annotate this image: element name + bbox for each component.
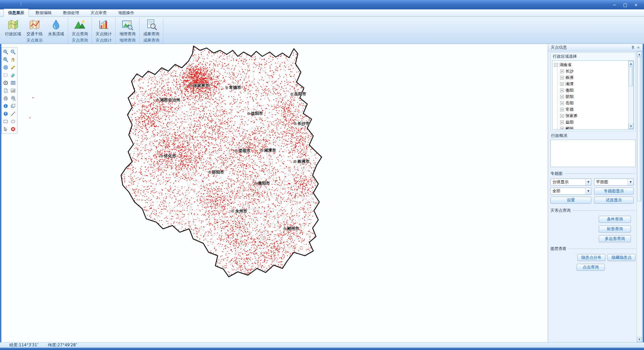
maximize-button[interactable]: □ [620,1,631,8]
layers-tool[interactable] [9,102,17,110]
pin-icon[interactable] [630,45,636,50]
hidden-point-distribution-button[interactable]: 隐患点分布 [577,254,605,261]
tab-data-process[interactable]: 数据处理 [58,9,84,17]
expand-icon[interactable]: + [560,82,564,86]
longitude-readout: 经度:114°3′31″ [9,342,39,348]
tree-node[interactable]: +株洲 [560,74,628,81]
disaster-info-panel: 灾点信息 × 行政区域选择 −湖南省+长沙+株洲+湘潭+衡阳+邵阳+岳阳+常德+… [548,44,643,342]
polygon-query-button[interactable]: 多边形查询 [599,235,631,242]
tree-scrollbar[interactable]: ▲ ▼ [628,61,634,129]
scrollbar-thumb[interactable] [637,57,641,201]
scrollbar-thumb[interactable] [629,67,633,86]
tab-disaster-review[interactable]: 灾点审查 [86,9,111,17]
tree-node[interactable]: +岳阳 [560,100,628,106]
panel-scrollbar[interactable]: ▲ ▼ [637,51,642,342]
full-extent-tool[interactable] [2,63,9,71]
tree-node-root[interactable]: −湖南省 [554,62,628,68]
rectangle-tool[interactable] [2,117,9,125]
scroll-down-icon[interactable]: ▼ [637,337,642,342]
overview-label: 行政概况 [550,133,636,140]
chevron-down-icon[interactable]: ▼ [628,179,633,185]
disaster-stats-button[interactable]: 灾点统计 [93,17,114,38]
expand-icon[interactable]: + [560,114,564,118]
traffic-lines-button[interactable]: 交通干线 [24,17,45,38]
zoom-out-tool[interactable] [9,48,17,56]
clear-selection-tool[interactable] [9,125,17,133]
help-tool[interactable]: ? [2,110,9,117]
expand-icon[interactable]: + [560,108,564,111]
expand-icon[interactable]: + [560,120,564,124]
close-button[interactable]: × [631,1,641,8]
pan-tool[interactable] [9,56,17,63]
eraser-tool[interactable] [9,71,17,79]
tree-node[interactable]: +衡阳 [560,87,628,94]
overview-textbox[interactable] [550,140,636,167]
restore-display-button[interactable]: 还原显示 [594,197,634,204]
tree-node[interactable]: +张家界 [560,113,628,119]
tab-map-operation[interactable]: 地图操作 [113,9,139,17]
geo-query-button[interactable]: 地理查询 [117,17,138,38]
panel-close-icon[interactable]: × [636,45,641,50]
disaster-query-title: 灾害点查询 [550,208,571,213]
tree-node[interactable]: +常德 [560,106,628,113]
scroll-down-icon[interactable]: ▼ [629,124,633,129]
chevron-down-icon[interactable]: ▼ [585,188,591,194]
scroll-up-icon[interactable]: ▲ [629,61,633,66]
tree-node-label: 益阳 [566,119,574,125]
layer-view-section-head: 图层查看 [550,246,636,252]
chart-tool[interactable] [9,87,17,94]
identify-tool[interactable] [2,79,9,87]
tree-node[interactable]: +郴州 [560,126,628,129]
tab-data-edit[interactable]: 数据编辑 [31,9,56,17]
map-canvas[interactable] [1,44,548,342]
print-preview-tool[interactable] [9,94,17,102]
plane-map-combo[interactable]: 平面图 ▼ [594,179,634,186]
title-bar: − □ × [0,0,644,9]
all-types-combo[interactable]: 全部 ▼ [550,188,591,195]
result-query-button[interactable]: 成果查询 [141,17,162,38]
tree-node[interactable]: +长沙 [560,68,628,74]
expand-icon[interactable]: + [560,95,564,99]
zoom-in-tool[interactable] [2,48,9,56]
print-tool[interactable] [2,94,9,102]
expand-icon[interactable]: + [560,101,564,105]
scroll-up-icon[interactable]: ▲ [637,52,642,57]
collapse-icon[interactable]: − [554,63,558,67]
grade-display-combo[interactable]: 分级显示 ▼ [550,179,591,186]
minimize-button[interactable]: − [609,1,620,8]
expand-icon[interactable]: + [560,89,564,92]
tree-node[interactable]: +邵阳 [560,94,628,100]
ellipse-tool[interactable] [9,117,17,125]
tab-info-display[interactable]: 信息展示 [3,9,29,17]
condition-query-button[interactable]: 条件查询 [599,216,631,223]
water-system-button[interactable]: 水系流域 [45,17,67,38]
tree-node[interactable]: +湘潭 [560,81,628,87]
disaster-query-button[interactable]: 灾点查询 [69,17,91,38]
draw-line-tool[interactable] [9,63,17,71]
expand-icon[interactable]: + [560,69,564,73]
expand-icon[interactable]: + [560,127,564,129]
latitude-readout: 纬度:27°49′28″ [48,342,77,348]
admin-region-button[interactable]: 行政区域 [2,17,24,38]
attribute-table-tool[interactable] [9,79,17,87]
ribbon-button-label: 行政区域 [5,31,21,37]
traffic-map-icon [29,18,41,31]
measure-tool[interactable] [9,110,17,117]
rect-query-button[interactable]: 矩形查询 [599,226,631,233]
zoom-window-tool[interactable] [2,56,9,63]
document-tool[interactable] [2,87,9,94]
select-rect-tool[interactable] [2,71,9,79]
click-query-button[interactable]: 点击查询 [577,264,605,271]
hide-hidden-points-button[interactable]: 隐藏隐患点 [607,254,636,261]
panel-title: 灾点信息 [551,45,567,50]
settings-button[interactable]: 设置 [550,197,591,204]
info-tool[interactable] [2,102,9,110]
disaster-query-buttons: 条件查询矩形查询多边形查询 [550,216,631,242]
tree-node[interactable]: +益阳 [560,119,628,126]
ribbon-group-caption: 灾点展示 [2,38,67,44]
map-area[interactable]: 张家界市常德市岳阳市湘西自治州益阳市长沙市娄底市湘潭市株洲市怀化市邵阳市衡阳市永… [1,44,548,342]
select-features-tool[interactable] [2,125,9,133]
chevron-down-icon[interactable]: ▼ [585,179,591,185]
thematic-show-button[interactable]: 专题图显示 [594,188,634,195]
expand-icon[interactable]: + [560,76,564,80]
